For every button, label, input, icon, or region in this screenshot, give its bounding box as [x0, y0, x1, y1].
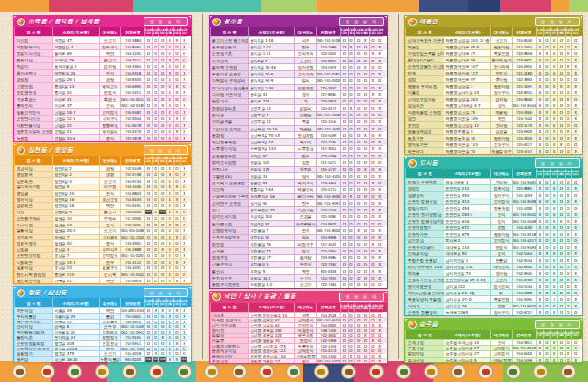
- menu: 양식: [294, 172, 316, 179]
- business-name: 신대가득한우 가든집: [405, 36, 444, 43]
- section-title: 조곡동 / 풍덕동 / 남제동: [28, 18, 100, 26]
- date-column-header: 1/20(금): [144, 298, 152, 307]
- phone-number: 721-5081: [316, 213, 340, 220]
- business-name: 오지돼지 순천본점: [210, 179, 248, 185]
- open-mark: O: [354, 90, 362, 97]
- open-mark: X: [173, 356, 181, 362]
- menu: 오리탕: [490, 121, 512, 128]
- menu: 꽃게탕: [294, 254, 316, 261]
- business-name: 중앙골: [14, 190, 52, 197]
- open-mark: O: [376, 179, 383, 185]
- open-mark: O: [340, 199, 348, 206]
- menu: 소고기: [99, 36, 120, 43]
- open-mark: X: [173, 89, 181, 95]
- open-mark: O: [536, 62, 543, 69]
- business-name: 어나더집: [14, 221, 52, 227]
- business-name: 정원: [405, 69, 444, 75]
- date-column-header: 1/23(월): [166, 27, 173, 36]
- open-mark: O: [144, 134, 152, 141]
- open-mark: O: [173, 215, 181, 222]
- food-icon: [396, 364, 411, 379]
- business-name: 장맛회관: [14, 234, 52, 240]
- open-mark: O: [354, 234, 362, 240]
- table-row: 알뜰식당법원길 20-4소고기061-905-0488OOOOOX: [14, 227, 191, 234]
- open-mark: O: [550, 128, 557, 134]
- suncheon-mascot-icon: [408, 321, 417, 329]
- open-mark: O: [354, 172, 362, 179]
- open-mark: X: [369, 90, 376, 97]
- address: 중미길 22: [52, 89, 99, 95]
- phone-number: 743-8863: [120, 190, 144, 197]
- menu: 보쌈족발: [294, 84, 316, 90]
- date-column-header: 1/25(수): [180, 156, 187, 165]
- menu: 조개구이: [490, 141, 512, 147]
- open-mark: X: [362, 36, 369, 43]
- menu: 샤브샤브: [99, 246, 120, 252]
- table-row: 행복식당조례1길 76불고기749-2511OOOXOO: [14, 56, 191, 62]
- menu: 쌈밥: [490, 224, 512, 230]
- address: 삼산복4길 70-15: [248, 131, 294, 138]
- food-glyph: [509, 369, 517, 375]
- section-title: 향동 / 삼산동: [28, 289, 67, 297]
- open-mark: O: [166, 95, 173, 102]
- open-mark: X: [571, 217, 579, 224]
- deco-segment: [468, 0, 500, 12]
- phone-number: 905-0220: [120, 356, 144, 362]
- open-mark: X: [557, 82, 565, 89]
- open-mark: X: [571, 224, 579, 230]
- open-mark: O: [173, 252, 181, 259]
- business-name: 쌍둥가옥: [210, 98, 248, 104]
- menu: 갈비: [294, 77, 316, 84]
- open-mark: O: [348, 267, 355, 274]
- open-mark: X: [565, 95, 572, 102]
- open-mark: X: [571, 102, 579, 108]
- open-mark: O: [340, 111, 348, 117]
- address: 상지하얀길 130: [444, 263, 490, 269]
- open-mark: O: [354, 166, 362, 172]
- business-name: 전원닭갈비촌: [210, 104, 248, 111]
- food-glyph: [98, 369, 106, 375]
- open-mark: O: [362, 57, 369, 63]
- open-mark: X: [571, 295, 579, 302]
- open-mark: X: [173, 184, 181, 190]
- date-column-header: 1/23(월): [362, 303, 369, 312]
- section-header: 조곡동 / 풍덕동 / 남제동영 업 일 자: [14, 16, 191, 27]
- open-mark: O: [550, 69, 557, 75]
- open-mark: O: [348, 358, 355, 363]
- open-mark: O: [565, 269, 572, 276]
- open-mark: O: [354, 261, 362, 267]
- open-mark: O: [340, 179, 348, 185]
- business-name: 순천수제갈빗집: [210, 234, 248, 240]
- open-mark: O: [152, 277, 159, 283]
- menu: 흑염소: [99, 95, 120, 102]
- phone-number: 061-741-0108: [316, 36, 340, 43]
- table-row: 숯불식당호남길 23숯불구이744-4331OOOOOX: [14, 265, 191, 271]
- open-mark: O: [543, 269, 551, 276]
- deco-segment: [419, 0, 468, 12]
- table-row: 오지돼지 순천본점반월길 55돼지구이723-4952OOOOXO: [210, 179, 387, 185]
- menu: 백반: [99, 277, 120, 283]
- table-row: 해온정해룡면 신대로 85-8짱뚱어탕715-2465OOOOOX: [405, 43, 582, 49]
- deco-segment: [317, 0, 419, 12]
- menu: 짬뽕짜장: [99, 121, 120, 128]
- open-mark: O: [340, 36, 348, 43]
- directory-page: { "doc": { "legend": "영 업 일 자", "logo": …: [0, 0, 588, 382]
- open-mark: X: [565, 276, 572, 282]
- open-mark: O: [571, 178, 579, 184]
- open-mark: O: [362, 70, 369, 76]
- address: 무진1길 92: [248, 234, 294, 240]
- open-mark: O: [557, 49, 565, 56]
- open-dates-legend: 영 업 일 자: [535, 158, 580, 168]
- phone-number: 722-4099: [316, 152, 340, 158]
- section-hyangdong: 향동 / 삼산동영 업 일 자업 소 명소재지(도로명)대표메뉴전화번호1/20…: [13, 286, 192, 362]
- business-name: 정원가 순천만점: [405, 178, 444, 184]
- phone-number: 725-4727: [316, 166, 340, 172]
- table-row: 낙원회관호남길 15-1한우745-4112OOOOXX: [14, 258, 191, 265]
- open-mark: O: [557, 256, 565, 263]
- phone-number: 723-0985: [316, 254, 340, 261]
- food-glyph: [400, 369, 408, 375]
- menu: 고기뷔페: [294, 70, 316, 76]
- open-mark: O: [180, 56, 187, 62]
- weekday-label: (화): [370, 32, 376, 34]
- table-row: 학지들상지하얀길 73장어탕742-9345OOOOOX: [405, 269, 582, 276]
